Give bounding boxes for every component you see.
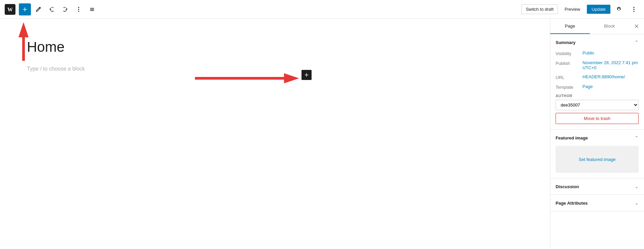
discussion-title: Discussion bbox=[556, 184, 579, 189]
list-view-button[interactable] bbox=[86, 3, 98, 15]
svg-marker-9 bbox=[18, 22, 29, 37]
visibility-row: Visibility Public bbox=[556, 50, 639, 56]
summary-section: Summary ⌃ Visibility Public Publish Nove… bbox=[550, 34, 644, 130]
featured-image-section: Featured image ⌃ Set featured image bbox=[550, 130, 644, 178]
switch-to-draft-button[interactable]: Switch to draft bbox=[521, 4, 558, 14]
template-row: Template Page bbox=[556, 84, 639, 90]
svg-rect-10 bbox=[195, 77, 286, 80]
discussion-toggle-icon: ⌄ bbox=[635, 184, 639, 189]
publish-label: Publish bbox=[556, 60, 582, 66]
page-attributes-header[interactable]: Page Attributes ⌄ bbox=[550, 195, 644, 211]
publish-value[interactable]: November 28, 2022 7:41 pm UTC+0 bbox=[582, 60, 639, 70]
editor-area[interactable]: Home Type / to choose a block bbox=[0, 19, 550, 249]
featured-image-header[interactable]: Featured image ⌃ bbox=[550, 130, 644, 146]
visibility-label: Visibility bbox=[556, 50, 582, 56]
more-options-button[interactable] bbox=[628, 3, 640, 15]
close-sidebar-button[interactable] bbox=[629, 19, 644, 34]
svg-point-3 bbox=[78, 7, 79, 8]
move-to-trash-button[interactable]: Move to trash bbox=[556, 113, 639, 124]
url-row: URL HEADER:8890/home/ bbox=[556, 74, 639, 80]
author-section: AUTHOR dee35007 bbox=[556, 94, 639, 110]
url-value[interactable]: HEADER:8890/home/ bbox=[582, 74, 639, 79]
page-title-editor[interactable]: Home bbox=[27, 39, 523, 55]
featured-image-title: Featured image bbox=[556, 135, 588, 140]
set-featured-image-button[interactable]: Set featured image bbox=[556, 146, 639, 173]
svg-point-7 bbox=[633, 11, 634, 12]
toolbar-left: W bbox=[4, 3, 98, 15]
summary-title: Summary bbox=[556, 40, 575, 45]
author-select[interactable]: dee35007 bbox=[556, 100, 639, 110]
visibility-value[interactable]: Public bbox=[582, 50, 639, 55]
url-label: URL bbox=[556, 74, 582, 80]
undo-button[interactable] bbox=[46, 3, 58, 15]
svg-marker-11 bbox=[284, 73, 299, 83]
details-button[interactable] bbox=[73, 3, 85, 15]
summary-toggle-icon: ⌃ bbox=[635, 40, 639, 45]
discussion-section: Discussion ⌄ bbox=[550, 178, 644, 195]
author-label: AUTHOR bbox=[556, 94, 639, 98]
page-attributes-section: Page Attributes ⌄ bbox=[550, 195, 644, 211]
page-attributes-toggle-icon: ⌄ bbox=[635, 200, 639, 206]
annotation-arrow-right bbox=[195, 73, 299, 83]
edit-button[interactable] bbox=[32, 3, 44, 15]
update-button[interactable]: Update bbox=[587, 5, 610, 14]
template-label: Template bbox=[556, 84, 582, 90]
featured-image-toggle-icon: ⌃ bbox=[635, 135, 639, 140]
svg-point-4 bbox=[78, 11, 79, 12]
sidebar-tabs: Page Block bbox=[550, 19, 644, 34]
summary-section-header[interactable]: Summary ⌃ bbox=[550, 34, 644, 50]
wp-logo: W bbox=[4, 3, 16, 15]
tab-page[interactable]: Page bbox=[550, 19, 590, 34]
svg-point-6 bbox=[633, 9, 634, 10]
preview-button[interactable]: Preview bbox=[561, 5, 584, 14]
svg-point-2 bbox=[78, 9, 79, 10]
summary-content: Visibility Public Publish November 28, 2… bbox=[550, 50, 644, 129]
discussion-header[interactable]: Discussion ⌄ bbox=[550, 178, 644, 195]
toolbar-right: Switch to draft Preview Update bbox=[521, 3, 640, 15]
svg-text:W: W bbox=[7, 7, 13, 12]
annotation-arrow-up bbox=[18, 22, 29, 66]
page-attributes-title: Page Attributes bbox=[556, 201, 588, 206]
template-value[interactable]: Page bbox=[582, 84, 639, 89]
publish-row: Publish November 28, 2022 7:41 pm UTC+0 bbox=[556, 60, 639, 70]
settings-button[interactable] bbox=[613, 3, 625, 15]
add-block-button[interactable] bbox=[19, 3, 31, 15]
main-layout: Home Type / to choose a block Page Block… bbox=[0, 19, 644, 249]
tab-block[interactable]: Block bbox=[590, 19, 630, 34]
inline-add-block-button[interactable] bbox=[301, 70, 312, 80]
svg-rect-8 bbox=[22, 36, 25, 61]
toolbar: W Switch to draft Preview Updat bbox=[0, 0, 644, 19]
redo-button[interactable] bbox=[59, 3, 71, 15]
sidebar: Page Block Summary ⌃ Visibility Public P… bbox=[550, 19, 644, 249]
featured-image-content: Set featured image bbox=[550, 146, 644, 178]
svg-point-5 bbox=[633, 7, 634, 8]
block-placeholder[interactable]: Type / to choose a block bbox=[27, 66, 523, 72]
